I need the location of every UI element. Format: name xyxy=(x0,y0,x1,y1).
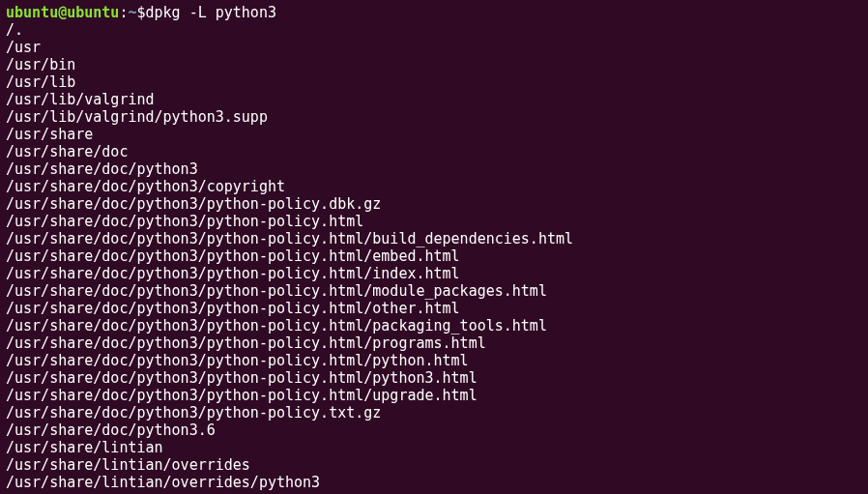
output-line: /usr/share/doc/python3/python-policy.htm… xyxy=(6,282,862,300)
command-text: dpkg -L python3 xyxy=(146,4,276,21)
output-line: /usr/share/doc/python3/python-policy.dbk… xyxy=(6,195,862,213)
output-line: /usr/lib/valgrind xyxy=(6,91,862,108)
prompt-line: ubuntu@ubuntu:~$ dpkg -L python3 xyxy=(6,4,862,21)
terminal-output: /. /usr /usr/bin /usr/lib /usr/lib/valgr… xyxy=(6,21,862,491)
output-line: /usr/share/lintian/overrides xyxy=(6,456,862,474)
output-line: /usr/share/doc xyxy=(6,143,862,160)
output-line: /usr/share/doc/python3/python-policy.htm… xyxy=(6,247,862,265)
output-line: /usr/share/doc/python3/python-policy.txt… xyxy=(6,404,862,421)
output-line: /usr/lib xyxy=(6,73,862,91)
output-line: /usr/share/doc/python3 xyxy=(6,160,862,178)
output-line: /usr/share/lintian/overrides/python3 xyxy=(6,474,862,491)
output-line: /usr/share/doc/python3/copyright xyxy=(6,178,862,195)
terminal-window[interactable]: ubuntu@ubuntu:~$ dpkg -L python3 /. /usr… xyxy=(6,4,862,491)
output-line: /usr/share/doc/python3/python-policy.htm… xyxy=(6,230,862,247)
prompt-colon: : xyxy=(119,4,128,21)
output-line: /usr/share xyxy=(6,126,862,143)
output-line: /. xyxy=(6,21,862,39)
output-line: /usr/share/doc/python3/python-policy.htm… xyxy=(6,265,862,282)
output-line: /usr/share/doc/python3/python-policy.htm… xyxy=(6,300,862,317)
prompt-path: ~ xyxy=(128,4,136,21)
output-line: /usr/lib/valgrind/python3.supp xyxy=(6,108,862,126)
output-line: /usr/share/doc/python3/python-policy.htm… xyxy=(6,213,862,230)
output-line: /usr/share/doc/python3/python-policy.htm… xyxy=(6,387,862,404)
output-line: /usr/share/doc/python3.6 xyxy=(6,421,862,439)
prompt-dollar: $ xyxy=(136,4,145,21)
output-line: /usr/share/doc/python3/python-policy.htm… xyxy=(6,334,862,352)
output-line: /usr/share/doc/python3/python-policy.htm… xyxy=(6,317,862,334)
output-line: /usr/share/doc/python3/python-policy.htm… xyxy=(6,352,862,369)
prompt-user-host: ubuntu@ubuntu xyxy=(6,4,119,21)
output-line: /usr xyxy=(6,39,862,56)
output-line: /usr/share/lintian xyxy=(6,439,862,456)
output-line: /usr/share/doc/python3/python-policy.htm… xyxy=(6,369,862,387)
output-line: /usr/bin xyxy=(6,56,862,73)
